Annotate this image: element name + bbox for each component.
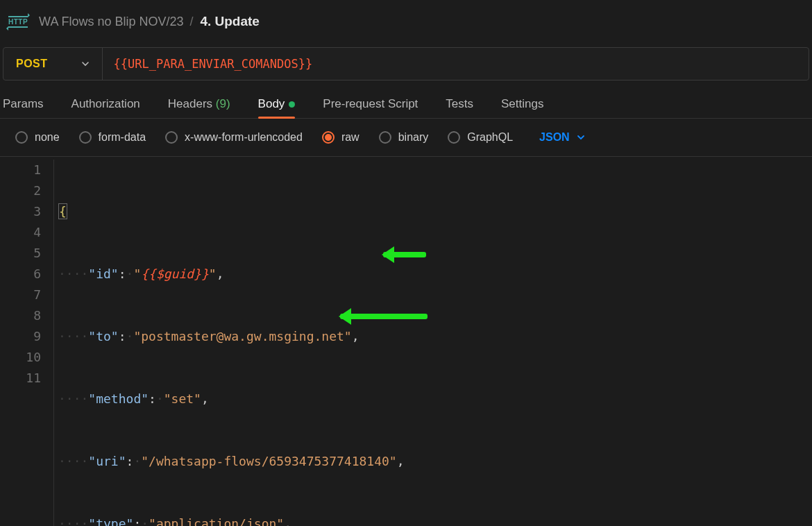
- http-icon: HTTP: [8, 16, 28, 28]
- body-modified-indicator-icon: [289, 101, 295, 108]
- tab-headers-count: (9): [216, 97, 230, 110]
- annotation-arrow-icon: [340, 314, 428, 319]
- tab-params[interactable]: Params: [3, 97, 44, 118]
- tab-tests[interactable]: Tests: [446, 97, 473, 118]
- request-url-variable: {{URL_PARA_ENVIAR_COMANDOS}}: [114, 57, 313, 71]
- chevron-down-icon: [577, 133, 585, 142]
- body-format-label: JSON: [539, 131, 570, 144]
- body-editor[interactable]: 1 2 3 4 5 6 7 8 9 10 11 { ····"id":·"{{$…: [0, 156, 812, 526]
- tab-settings[interactable]: Settings: [501, 97, 543, 118]
- chevron-down-icon: [81, 60, 90, 68]
- body-type-binary[interactable]: binary: [379, 131, 429, 144]
- line-gutter: 1 2 3 4 5 6 7 8 9 10 11: [0, 160, 54, 526]
- request-header: HTTP WA Flows no Blip NOV/23 / 4. Update: [0, 0, 812, 42]
- radio-icon: [165, 131, 178, 144]
- radio-icon: [448, 131, 460, 144]
- body-type-formdata[interactable]: form-data: [79, 131, 146, 144]
- tab-authorization[interactable]: Authorization: [71, 97, 140, 118]
- radio-icon: [379, 131, 391, 144]
- annotation-arrow-icon: [383, 252, 426, 257]
- code-area[interactable]: { ····"id":·"{{$guid}}", ····"to":·"post…: [54, 160, 405, 526]
- body-format-select[interactable]: JSON: [539, 131, 585, 144]
- http-method-label: POST: [16, 58, 48, 70]
- body-type-raw[interactable]: raw: [322, 131, 360, 144]
- body-type-urlencoded[interactable]: x-www-form-urlencoded: [165, 131, 303, 144]
- request-tabs: Params Authorization Headers (9) Body Pr…: [0, 80, 812, 118]
- breadcrumb[interactable]: WA Flows no Blip NOV/23 / 4. Update: [39, 14, 260, 29]
- body-type-none[interactable]: none: [15, 131, 60, 144]
- body-type-radios: none form-data x-www-form-urlencoded raw…: [0, 119, 812, 156]
- breadcrumb-separator: /: [186, 15, 200, 28]
- radio-icon: [15, 131, 28, 144]
- request-bar: POST {{URL_PARA_ENVIAR_COMANDOS}}: [3, 47, 809, 80]
- radio-icon: [79, 131, 92, 144]
- request-url-input[interactable]: {{URL_PARA_ENVIAR_COMANDOS}}: [103, 48, 324, 80]
- body-type-graphql[interactable]: GraphQL: [448, 131, 513, 144]
- radio-selected-icon: [322, 131, 335, 144]
- tab-body[interactable]: Body: [258, 97, 296, 118]
- breadcrumb-item[interactable]: 4. Update: [200, 14, 260, 28]
- tab-headers[interactable]: Headers (9): [168, 97, 230, 118]
- tab-headers-label: Headers: [168, 97, 212, 110]
- http-method-select[interactable]: POST: [3, 48, 103, 80]
- tab-prerequest[interactable]: Pre-request Script: [323, 97, 418, 118]
- breadcrumb-collection[interactable]: WA Flows no Blip NOV/23: [39, 15, 183, 28]
